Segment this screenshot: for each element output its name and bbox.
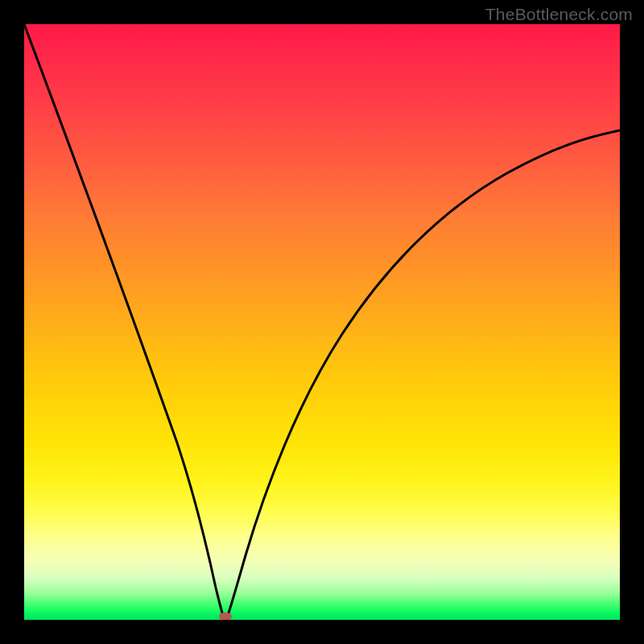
optimal-point-marker bbox=[219, 613, 232, 621]
chart-frame: TheBottleneck.com bbox=[0, 0, 644, 644]
curve-svg bbox=[24, 24, 620, 620]
watermark-text: TheBottleneck.com bbox=[485, 5, 633, 24]
bottleneck-curve bbox=[24, 24, 620, 617]
plot-area bbox=[24, 24, 620, 620]
